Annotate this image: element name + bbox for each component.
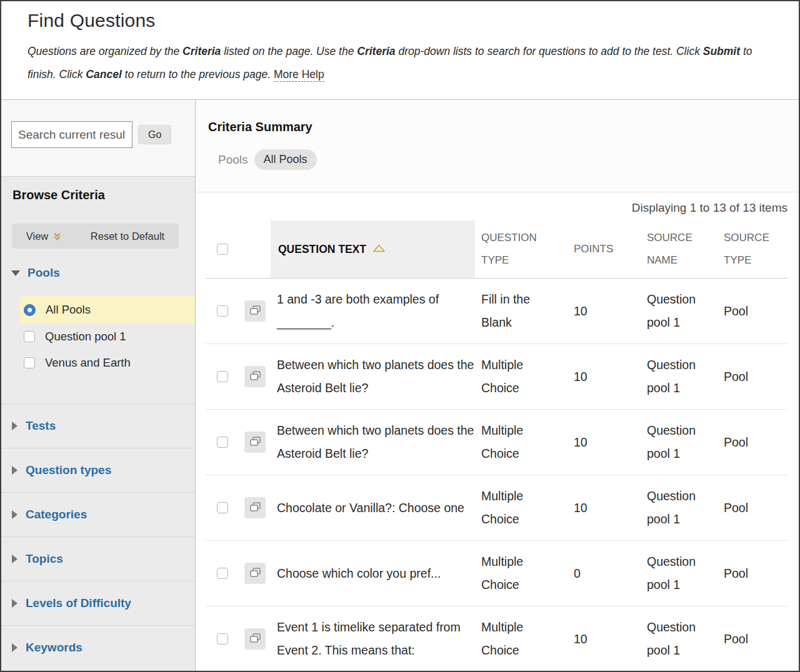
table-row: Between which two planets does the Aster… — [206, 410, 788, 475]
row-icon-cell — [239, 563, 271, 584]
row-checkbox[interactable] — [217, 305, 228, 317]
row-checkbox[interactable] — [217, 502, 228, 513]
criteria-chip: All Pools — [254, 149, 317, 170]
pool-option-label: Venus and Earth — [45, 356, 131, 370]
question-type-cell: Multiple Choice — [475, 616, 568, 662]
copy-preview-icon — [249, 567, 261, 580]
criteria-summary-title: Criteria Summary — [208, 120, 799, 134]
question-text-header-label: QUESTION TEXT — [278, 238, 366, 260]
question-type-cell: Multiple Choice — [475, 485, 568, 531]
source-name-cell: Question pool 1 — [641, 288, 718, 334]
row-checkbox-cell — [206, 437, 239, 448]
instruction-segment: listed on the page. Use the — [221, 45, 357, 57]
copy-preview-icon — [249, 436, 261, 448]
sidebar-section-tests[interactable]: Tests — [1, 403, 195, 448]
points-cell: 10 — [568, 300, 641, 323]
question-type-cell: Fill in the Blank — [475, 288, 568, 334]
question-preview-button[interactable] — [244, 497, 266, 518]
section-label: Question types — [26, 463, 111, 477]
sidebar-section-levels-of-difficulty[interactable]: Levels of Difficulty — [1, 581, 195, 625]
source-type-cell: Pool — [718, 365, 788, 388]
view-button[interactable]: View — [12, 224, 76, 249]
source-type-cell: Pool — [718, 562, 788, 585]
criteria-sidebar: Go Browse Criteria View Reset to Default… — [1, 100, 196, 671]
points-cell: 10 — [568, 497, 641, 520]
reset-to-default-button[interactable]: Reset to Default — [76, 224, 179, 249]
copy-preview-icon — [249, 370, 261, 383]
checkbox[interactable] — [24, 357, 35, 368]
row-checkbox[interactable] — [217, 371, 228, 382]
go-button[interactable]: Go — [138, 125, 171, 144]
pool-option-venus-and-earth[interactable]: Venus and Earth — [20, 350, 195, 376]
question-type-cell: Multiple Choice — [475, 353, 568, 400]
checkbox[interactable] — [24, 331, 35, 342]
pool-option-question-pool-1[interactable]: Question pool 1 — [20, 324, 195, 350]
instruction-segment: to return to the previous page. — [122, 68, 274, 81]
points-cell: 10 — [568, 431, 641, 454]
main-content: Criteria Summary Pools All Pools Display… — [196, 100, 799, 671]
instruction-segment: Criteria — [357, 45, 395, 57]
view-button-label: View — [26, 230, 48, 242]
pools-section-label: Pools — [28, 266, 60, 280]
points-cell: 10 — [568, 365, 641, 388]
source-type-cell: Pool — [718, 497, 788, 520]
column-header-question-text[interactable]: QUESTION TEXT — [271, 220, 475, 278]
search-input[interactable] — [11, 121, 132, 148]
page-title: Find Questions — [28, 10, 772, 31]
sidebar-section-topics[interactable]: Topics — [1, 536, 195, 581]
source-name-cell: Question pool 1 — [641, 419, 718, 465]
row-checkbox[interactable] — [217, 568, 228, 579]
triangle-right-icon — [12, 599, 18, 608]
sidebar-section-keywords[interactable]: Keywords — [1, 625, 195, 670]
triangle-right-icon — [12, 555, 18, 563]
triangle-right-icon — [12, 466, 18, 475]
section-label: Keywords — [26, 641, 82, 655]
find-questions-page: Find Questions Questions are organized b… — [0, 0, 800, 672]
criteria-summary-panel: Criteria Summary Pools All Pools — [196, 100, 799, 192]
copy-preview-icon — [249, 305, 261, 317]
row-checkbox[interactable] — [217, 437, 228, 448]
table-row: Chocolate or Vanilla?: Choose oneMultipl… — [206, 475, 788, 541]
sidebar-section-pools[interactable]: Pools — [11, 266, 195, 280]
question-text-cell: Event 1 is timelike separated from Event… — [271, 616, 475, 662]
column-header-source-name[interactable]: SOURCE NAME — [641, 220, 718, 278]
copy-preview-icon — [249, 633, 261, 645]
section-label: Levels of Difficulty — [26, 596, 131, 610]
radio-button[interactable] — [24, 304, 36, 316]
header-icon-spacer — [239, 220, 271, 278]
question-type-cell: Multiple Choice — [475, 550, 568, 596]
triangle-down-icon — [11, 270, 20, 276]
question-preview-button[interactable] — [244, 628, 266, 650]
row-checkbox-cell — [206, 568, 239, 579]
question-preview-button[interactable] — [244, 300, 266, 322]
criteria-button-bar: View Reset to Default — [12, 224, 179, 249]
question-type-cell: Multiple Choice — [475, 419, 568, 465]
browse-criteria-title: Browse Criteria — [12, 188, 195, 202]
row-icon-cell — [239, 628, 271, 650]
row-checkbox[interactable] — [217, 633, 228, 645]
column-header-source-type[interactable]: SOURCE TYPE — [718, 220, 794, 278]
column-header-question-type[interactable]: QUESTION TYPE — [475, 220, 568, 278]
page-header: Find Questions Questions are organized b… — [1, 1, 799, 100]
column-header-points[interactable]: POINTS — [568, 220, 641, 278]
select-all-checkbox[interactable] — [217, 244, 228, 255]
table-row: Event 1 is timelike separated from Event… — [206, 606, 788, 672]
more-help-link[interactable]: More Help — [274, 68, 324, 82]
pool-option-all-pools[interactable]: All Pools — [20, 296, 195, 324]
search-panel: Go — [1, 100, 195, 177]
source-type-cell: Pool — [718, 300, 788, 323]
question-preview-button[interactable] — [244, 432, 266, 453]
question-text-cell: Choose which color you pref... — [271, 562, 475, 585]
sidebar-section-question-types[interactable]: Question types — [1, 448, 195, 492]
question-preview-button[interactable] — [244, 366, 266, 387]
row-icon-cell — [239, 300, 271, 322]
sidebar-section-categories[interactable]: Categories — [1, 492, 195, 536]
table-header-row: QUESTION TEXT QUESTION TYPE POINTS SOURC… — [206, 220, 788, 279]
points-cell: 0 — [568, 562, 641, 585]
displaying-count: Displaying 1 to 13 of 13 items — [206, 201, 788, 217]
table-row: Between which two planets does the Aster… — [206, 344, 788, 410]
question-preview-button[interactable] — [244, 563, 266, 584]
row-icon-cell — [239, 432, 271, 453]
table-row: Choose which color you pref...Multiple C… — [206, 541, 788, 606]
criteria-summary-label: Pools — [218, 153, 248, 167]
